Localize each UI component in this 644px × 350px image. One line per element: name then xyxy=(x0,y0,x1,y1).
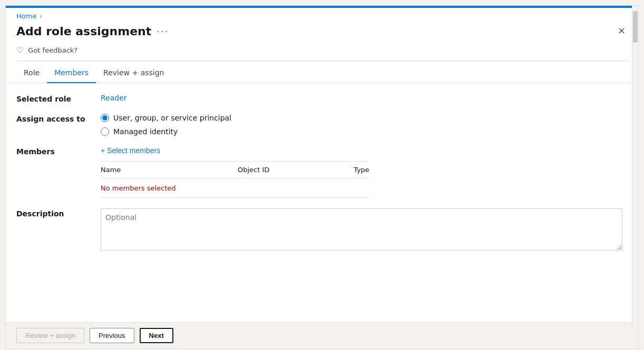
previous-button[interactable]: Previous xyxy=(90,328,134,343)
radio-managed-identity[interactable] xyxy=(101,127,109,136)
panel-footer: Review + assign Previous Next xyxy=(6,322,638,348)
tab-role[interactable]: Role xyxy=(16,63,47,83)
col-header-type: Type xyxy=(354,166,369,174)
members-row: Members + Select members Name Object ID … xyxy=(16,146,628,198)
feedback-bar: ♡ Got feedback? xyxy=(6,42,638,61)
radio-label-managed-identity: Managed identity xyxy=(113,127,178,136)
assign-access-label: Assign access to xyxy=(16,114,101,123)
members-content: + Select members Name Object ID Type No … xyxy=(101,146,369,198)
assign-access-row: Assign access to User, group, or service… xyxy=(16,114,628,136)
description-label: Description xyxy=(16,208,101,218)
tab-members[interactable]: Members xyxy=(47,63,96,83)
description-row: Description xyxy=(16,208,628,251)
tab-review-assign[interactable]: Review + assign xyxy=(96,63,171,83)
selected-role-label: Selected role xyxy=(16,94,101,103)
members-table: Name Object ID Type No members selected xyxy=(101,161,369,198)
radio-option-user-group[interactable]: User, group, or service principal xyxy=(101,114,231,122)
table-header-row: Name Object ID Type xyxy=(101,162,369,178)
selected-role-value: Reader xyxy=(101,94,127,102)
add-role-assignment-panel: Home › Add role assignment ··· ✕ ♡ Got f… xyxy=(5,5,639,350)
vertical-scrollbar[interactable] xyxy=(632,6,638,328)
col-header-object-id: Object ID xyxy=(238,166,354,174)
table-empty-text: No members selected xyxy=(101,184,176,192)
table-empty-row: No members selected xyxy=(101,178,369,198)
feedback-link[interactable]: Got feedback? xyxy=(28,46,77,54)
breadcrumb-chevron: › xyxy=(40,13,42,20)
heart-icon: ♡ xyxy=(16,45,24,55)
select-members-button[interactable]: + Select members xyxy=(101,146,369,155)
selected-role-row: Selected role Reader xyxy=(16,94,628,103)
col-header-name: Name xyxy=(101,166,238,174)
radio-user-group-sp[interactable] xyxy=(101,114,109,122)
radio-label-user-group: User, group, or service principal xyxy=(113,114,231,122)
more-options-icon[interactable]: ··· xyxy=(157,26,169,37)
members-label: Members xyxy=(16,146,101,156)
review-assign-button: Review + assign xyxy=(16,328,84,343)
next-button[interactable]: Next xyxy=(140,328,173,343)
breadcrumb-home-link[interactable]: Home xyxy=(16,12,36,20)
panel-header: Add role assignment ··· ✕ xyxy=(6,22,638,42)
page-title: Add role assignment xyxy=(16,25,151,38)
close-button[interactable]: ✕ xyxy=(616,24,628,38)
panel-content: Selected role Reader Assign access to Us… xyxy=(6,83,638,322)
assign-access-radio-group: User, group, or service principal Manage… xyxy=(101,114,231,136)
tabs-row: Role Members Review + assign xyxy=(6,63,638,83)
title-row: Add role assignment ··· xyxy=(16,25,169,38)
scrollbar-thumb xyxy=(633,11,638,43)
breadcrumb: Home › xyxy=(6,8,638,22)
header-divider xyxy=(16,61,628,61)
radio-option-managed-identity[interactable]: Managed identity xyxy=(101,127,231,136)
description-textarea[interactable] xyxy=(101,208,622,251)
